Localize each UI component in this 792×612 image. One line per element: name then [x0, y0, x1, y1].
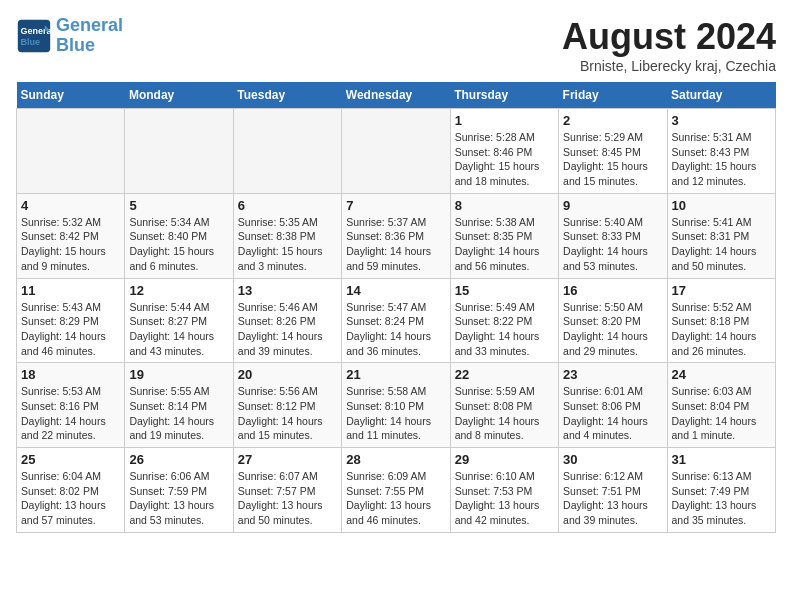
calendar-cell: 29Sunrise: 6:10 AMSunset: 7:53 PMDayligh…: [450, 448, 558, 533]
page-header: General Blue General Blue August 2024 Br…: [16, 16, 776, 74]
day-number: 24: [672, 367, 771, 382]
day-number: 15: [455, 283, 554, 298]
month-title: August 2024: [562, 16, 776, 58]
day-number: 2: [563, 113, 662, 128]
day-info: Sunrise: 6:01 AMSunset: 8:06 PMDaylight:…: [563, 384, 662, 443]
day-number: 27: [238, 452, 337, 467]
day-info: Sunrise: 6:13 AMSunset: 7:49 PMDaylight:…: [672, 469, 771, 528]
day-info: Sunrise: 5:29 AMSunset: 8:45 PMDaylight:…: [563, 130, 662, 189]
weekday-header-thursday: Thursday: [450, 82, 558, 109]
day-info: Sunrise: 6:09 AMSunset: 7:55 PMDaylight:…: [346, 469, 445, 528]
day-info: Sunrise: 5:52 AMSunset: 8:18 PMDaylight:…: [672, 300, 771, 359]
weekday-header-friday: Friday: [559, 82, 667, 109]
calendar-cell: 28Sunrise: 6:09 AMSunset: 7:55 PMDayligh…: [342, 448, 450, 533]
day-number: 31: [672, 452, 771, 467]
day-info: Sunrise: 5:35 AMSunset: 8:38 PMDaylight:…: [238, 215, 337, 274]
calendar-cell: 18Sunrise: 5:53 AMSunset: 8:16 PMDayligh…: [17, 363, 125, 448]
day-number: 25: [21, 452, 120, 467]
calendar-cell: 5Sunrise: 5:34 AMSunset: 8:40 PMDaylight…: [125, 193, 233, 278]
logo: General Blue General Blue: [16, 16, 123, 56]
calendar-cell: 8Sunrise: 5:38 AMSunset: 8:35 PMDaylight…: [450, 193, 558, 278]
day-info: Sunrise: 5:53 AMSunset: 8:16 PMDaylight:…: [21, 384, 120, 443]
day-number: 4: [21, 198, 120, 213]
day-info: Sunrise: 5:37 AMSunset: 8:36 PMDaylight:…: [346, 215, 445, 274]
calendar-cell: 14Sunrise: 5:47 AMSunset: 8:24 PMDayligh…: [342, 278, 450, 363]
calendar-cell: [17, 109, 125, 194]
calendar-week-4: 18Sunrise: 5:53 AMSunset: 8:16 PMDayligh…: [17, 363, 776, 448]
day-info: Sunrise: 5:58 AMSunset: 8:10 PMDaylight:…: [346, 384, 445, 443]
calendar-cell: 21Sunrise: 5:58 AMSunset: 8:10 PMDayligh…: [342, 363, 450, 448]
day-number: 5: [129, 198, 228, 213]
weekday-row: SundayMondayTuesdayWednesdayThursdayFrid…: [17, 82, 776, 109]
day-info: Sunrise: 5:59 AMSunset: 8:08 PMDaylight:…: [455, 384, 554, 443]
day-number: 10: [672, 198, 771, 213]
calendar-cell: 19Sunrise: 5:55 AMSunset: 8:14 PMDayligh…: [125, 363, 233, 448]
day-info: Sunrise: 6:04 AMSunset: 8:02 PMDaylight:…: [21, 469, 120, 528]
calendar-cell: 17Sunrise: 5:52 AMSunset: 8:18 PMDayligh…: [667, 278, 775, 363]
calendar-cell: 3Sunrise: 5:31 AMSunset: 8:43 PMDaylight…: [667, 109, 775, 194]
logo-line1: General: [56, 15, 123, 35]
day-number: 28: [346, 452, 445, 467]
day-number: 17: [672, 283, 771, 298]
day-info: Sunrise: 5:40 AMSunset: 8:33 PMDaylight:…: [563, 215, 662, 274]
day-info: Sunrise: 5:55 AMSunset: 8:14 PMDaylight:…: [129, 384, 228, 443]
weekday-header-saturday: Saturday: [667, 82, 775, 109]
calendar-cell: 10Sunrise: 5:41 AMSunset: 8:31 PMDayligh…: [667, 193, 775, 278]
calendar-cell: 30Sunrise: 6:12 AMSunset: 7:51 PMDayligh…: [559, 448, 667, 533]
calendar-cell: 11Sunrise: 5:43 AMSunset: 8:29 PMDayligh…: [17, 278, 125, 363]
location-subtitle: Brniste, Liberecky kraj, Czechia: [562, 58, 776, 74]
day-number: 22: [455, 367, 554, 382]
calendar-cell: 13Sunrise: 5:46 AMSunset: 8:26 PMDayligh…: [233, 278, 341, 363]
logo-text: General Blue: [56, 16, 123, 56]
day-number: 13: [238, 283, 337, 298]
weekday-header-monday: Monday: [125, 82, 233, 109]
weekday-header-wednesday: Wednesday: [342, 82, 450, 109]
day-info: Sunrise: 5:50 AMSunset: 8:20 PMDaylight:…: [563, 300, 662, 359]
day-number: 30: [563, 452, 662, 467]
calendar-cell: 15Sunrise: 5:49 AMSunset: 8:22 PMDayligh…: [450, 278, 558, 363]
day-info: Sunrise: 5:46 AMSunset: 8:26 PMDaylight:…: [238, 300, 337, 359]
day-number: 11: [21, 283, 120, 298]
calendar-cell: 4Sunrise: 5:32 AMSunset: 8:42 PMDaylight…: [17, 193, 125, 278]
calendar-cell: 31Sunrise: 6:13 AMSunset: 7:49 PMDayligh…: [667, 448, 775, 533]
calendar-body: 1Sunrise: 5:28 AMSunset: 8:46 PMDaylight…: [17, 109, 776, 533]
calendar-cell: 27Sunrise: 6:07 AMSunset: 7:57 PMDayligh…: [233, 448, 341, 533]
day-info: Sunrise: 5:31 AMSunset: 8:43 PMDaylight:…: [672, 130, 771, 189]
calendar-table: SundayMondayTuesdayWednesdayThursdayFrid…: [16, 82, 776, 533]
day-info: Sunrise: 6:03 AMSunset: 8:04 PMDaylight:…: [672, 384, 771, 443]
day-number: 6: [238, 198, 337, 213]
day-info: Sunrise: 5:56 AMSunset: 8:12 PMDaylight:…: [238, 384, 337, 443]
day-number: 20: [238, 367, 337, 382]
day-info: Sunrise: 5:32 AMSunset: 8:42 PMDaylight:…: [21, 215, 120, 274]
weekday-header-tuesday: Tuesday: [233, 82, 341, 109]
weekday-header-sunday: Sunday: [17, 82, 125, 109]
calendar-cell: [125, 109, 233, 194]
day-number: 16: [563, 283, 662, 298]
calendar-cell: 25Sunrise: 6:04 AMSunset: 8:02 PMDayligh…: [17, 448, 125, 533]
day-number: 9: [563, 198, 662, 213]
calendar-cell: 2Sunrise: 5:29 AMSunset: 8:45 PMDaylight…: [559, 109, 667, 194]
calendar-week-3: 11Sunrise: 5:43 AMSunset: 8:29 PMDayligh…: [17, 278, 776, 363]
title-block: August 2024 Brniste, Liberecky kraj, Cze…: [562, 16, 776, 74]
calendar-cell: 6Sunrise: 5:35 AMSunset: 8:38 PMDaylight…: [233, 193, 341, 278]
calendar-cell: 7Sunrise: 5:37 AMSunset: 8:36 PMDaylight…: [342, 193, 450, 278]
day-number: 8: [455, 198, 554, 213]
day-number: 21: [346, 367, 445, 382]
calendar-cell: 9Sunrise: 5:40 AMSunset: 8:33 PMDaylight…: [559, 193, 667, 278]
calendar-header: SundayMondayTuesdayWednesdayThursdayFrid…: [17, 82, 776, 109]
day-number: 19: [129, 367, 228, 382]
day-info: Sunrise: 5:38 AMSunset: 8:35 PMDaylight:…: [455, 215, 554, 274]
calendar-week-2: 4Sunrise: 5:32 AMSunset: 8:42 PMDaylight…: [17, 193, 776, 278]
day-info: Sunrise: 5:47 AMSunset: 8:24 PMDaylight:…: [346, 300, 445, 359]
day-info: Sunrise: 6:12 AMSunset: 7:51 PMDaylight:…: [563, 469, 662, 528]
day-number: 29: [455, 452, 554, 467]
calendar-cell: [342, 109, 450, 194]
svg-text:Blue: Blue: [21, 37, 41, 47]
day-info: Sunrise: 5:41 AMSunset: 8:31 PMDaylight:…: [672, 215, 771, 274]
day-number: 1: [455, 113, 554, 128]
calendar-cell: 20Sunrise: 5:56 AMSunset: 8:12 PMDayligh…: [233, 363, 341, 448]
day-info: Sunrise: 5:28 AMSunset: 8:46 PMDaylight:…: [455, 130, 554, 189]
day-number: 12: [129, 283, 228, 298]
calendar-cell: 1Sunrise: 5:28 AMSunset: 8:46 PMDaylight…: [450, 109, 558, 194]
day-info: Sunrise: 5:49 AMSunset: 8:22 PMDaylight:…: [455, 300, 554, 359]
